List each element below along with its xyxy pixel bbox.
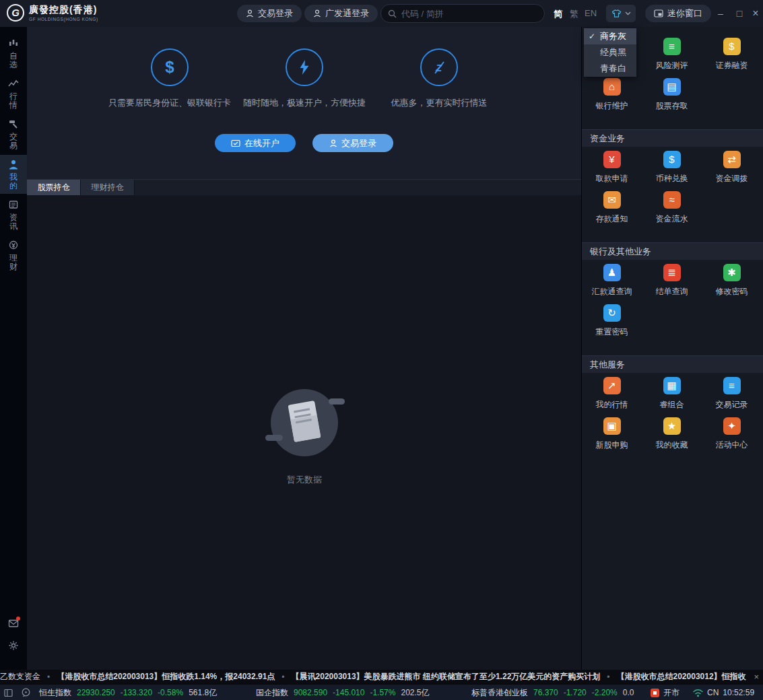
- tab-wealth-positions[interactable]: 理财持仓: [81, 180, 135, 196]
- index-hscei[interactable]: 国企指数 9082.590 -145.010 -1.57% 202.5亿: [256, 685, 430, 700]
- service-group-other: ↗ 我的行情 ▦ 睿组合 ≡ 交易记录 ▣ 新股申购 ★ 我的收藏 ✦ 活动中心: [582, 373, 763, 460]
- ticker-close-icon[interactable]: ×: [750, 670, 759, 684]
- fund-flow-icon: ≈: [663, 191, 681, 209]
- statusbar: 恒生指数 22930.250 -133.320 -0.58% 561.8亿 国企…: [0, 684, 763, 700]
- feature-text: 只需要居民身份证、银联银行卡: [96, 97, 244, 109]
- profile-icon: [8, 159, 19, 170]
- service-smart-portfolio[interactable]: ▦ 睿组合: [642, 377, 702, 417]
- service-trade-records[interactable]: ≡ 交易记录: [702, 377, 762, 417]
- service-remittance-query[interactable]: ♟ 汇款通查询: [582, 264, 642, 304]
- cloud-icon: [265, 435, 283, 441]
- trade-icon: [8, 118, 19, 129]
- person-icon: [313, 9, 321, 18]
- document-icon: [288, 400, 321, 442]
- market-icon: [8, 78, 19, 89]
- market-open-icon: [651, 689, 659, 697]
- market-status-label: 开市: [663, 687, 679, 699]
- theme-skin-button[interactable]: [606, 5, 636, 22]
- open-account-icon: [231, 139, 240, 147]
- service-risk-assessment[interactable]: ≡ 风险测评: [642, 38, 702, 78]
- service-deposit-notice[interactable]: ✉ 存款通知: [582, 191, 642, 232]
- services-panel: ✎ 资料修改 ≡ 风险测评 $ 证券融资 ⌂ 银行维护 ▤ 股票存取 资金业务: [581, 27, 763, 670]
- currency-exchange-icon: $: [663, 151, 681, 168]
- lang-english-toggle[interactable]: EN: [585, 8, 597, 18]
- search-box: [380, 4, 545, 23]
- settings-button[interactable]: [0, 640, 27, 651]
- service-reset-password[interactable]: ↻ 重置密码: [582, 304, 642, 345]
- tab-stock-positions[interactable]: 股票持仓: [27, 180, 81, 196]
- theme-dropdown-menu: ✓ 商务灰 经典黑 青春白: [584, 28, 636, 77]
- panel-toggle-icon[interactable]: [4, 689, 13, 697]
- index-sp-hk-gem[interactable]: 标普香港创业板 76.370 -1.720 -2.20% 0.0: [471, 685, 634, 700]
- reset-password-icon: ↻: [603, 304, 621, 322]
- service-group-funds: ¥ 取款申请 $ 币种兑换 ⇄ 资金调拨 ✉ 存款通知 ≈ 资金流水: [582, 147, 763, 234]
- sidebar-item-watchlist[interactable]: 自选: [0, 34, 27, 73]
- service-statement-query[interactable]: ≣ 结单查询: [642, 264, 702, 304]
- feature-promotions: Z 优惠多，更有实时行情送: [365, 48, 513, 109]
- gear-icon: [8, 640, 19, 651]
- lang-traditional-toggle[interactable]: 繁: [570, 8, 578, 20]
- sidebar-item-wealth[interactable]: 理财: [0, 236, 27, 275]
- index-hsi[interactable]: 恒生指数 22930.250 -133.320 -0.58% 561.8亿: [39, 685, 217, 700]
- service-ipo-subscription[interactable]: ▣ 新股申购: [582, 417, 642, 458]
- ticker-news-item[interactable]: 【港股收市总结202003013】恒指收跌1.14%，报24032.91点: [57, 671, 275, 682]
- sidebar-item-trade[interactable]: 交易: [0, 114, 27, 153]
- service-my-quotes[interactable]: ↗ 我的行情: [582, 377, 642, 417]
- promo-trade-login-button[interactable]: 交易登录: [312, 134, 393, 152]
- minimize-button[interactable]: –: [711, 0, 730, 27]
- service-favorites[interactable]: ★ 我的收藏: [642, 417, 702, 458]
- open-account-button[interactable]: 在线开户: [215, 134, 296, 152]
- wifi-icon: [692, 689, 704, 697]
- service-bank-maintenance[interactable]: ⌂ 银行维护: [582, 78, 642, 118]
- trade-login-button[interactable]: 交易登录: [237, 5, 302, 22]
- time-label: 10:52:59: [723, 688, 754, 697]
- cloud-icon: [329, 398, 345, 405]
- mini-window-button[interactable]: 迷你窗口: [645, 5, 711, 22]
- account-promo-section: $ 只需要居民身份证、银联银行卡 随时随地，极速开户，方便快捷 Z 优惠多，更有…: [27, 27, 581, 179]
- lightning-circle-icon: [286, 48, 323, 86]
- person-icon: [329, 139, 337, 147]
- news-icon: [8, 199, 19, 210]
- gft-login-button[interactable]: 广发通登录: [304, 5, 378, 22]
- change-password-icon: ✱: [723, 264, 741, 281]
- section-header-bank: 银行及其他业务: [582, 242, 763, 260]
- close-button[interactable]: ×: [746, 0, 763, 27]
- mini-window-label: 迷你窗口: [667, 7, 702, 20]
- feature-id-card: $ 只需要居民身份证、银联银行卡: [96, 48, 244, 109]
- service-group-bank: ♟ 汇款通查询 ≣ 结单查询 ✱ 修改密码 ↻ 重置密码: [582, 260, 763, 347]
- favorites-icon: ★: [663, 417, 681, 435]
- service-margin-financing[interactable]: $ 证券融资: [702, 38, 762, 78]
- ticker-news-item[interactable]: 【晨讯202003013】美股暴跌进熊市 纽约联储宣布了至少1.22万亿美元的资…: [292, 671, 601, 682]
- section-header-funds: 资金业务: [582, 129, 763, 147]
- service-currency-exchange[interactable]: $ 币种兑换: [642, 151, 702, 191]
- sidebar-item-market[interactable]: 行情: [0, 74, 27, 113]
- service-fund-flow[interactable]: ≈ 资金流水: [642, 191, 702, 232]
- skin-shirt-icon: [611, 9, 622, 18]
- activity-center-icon: ✦: [723, 417, 741, 435]
- feedback-chat-icon[interactable]: [21, 688, 31, 697]
- service-fund-transfer[interactable]: ⇄ 资金调拨: [702, 151, 762, 191]
- feature-text: 优惠多，更有实时行情送: [365, 97, 513, 109]
- empty-text: 暂无数据: [237, 474, 372, 486]
- search-input[interactable]: [401, 9, 537, 19]
- theme-option-business-gray[interactable]: ✓ 商务灰: [584, 28, 636, 44]
- service-activity-center[interactable]: ✦ 活动中心: [702, 417, 762, 458]
- risk-assessment-icon: ≡: [663, 38, 681, 55]
- empty-illustration: [271, 389, 338, 456]
- service-change-password[interactable]: ✱ 修改密码: [702, 264, 762, 304]
- market-status[interactable]: 开市: [651, 685, 679, 700]
- service-withdrawal[interactable]: ¥ 取款申请: [582, 151, 642, 191]
- lang-simplified-toggle[interactable]: 简: [554, 8, 562, 20]
- trade-login-label: 交易登录: [258, 7, 293, 20]
- sidebar-item-mine[interactable]: 我的: [0, 155, 27, 194]
- messages-button[interactable]: [0, 619, 27, 628]
- app-window: G 廣發控股(香港) GF HOLDINGS(HONG KONG) 交易登录 广…: [0, 0, 763, 700]
- theme-option-classic-black[interactable]: 经典黑: [584, 44, 636, 61]
- theme-option-youth-white[interactable]: 青春白: [584, 61, 636, 77]
- margin-financing-icon: $: [723, 38, 741, 55]
- app-subtitle: GF HOLDINGS(HONG KONG): [29, 17, 98, 22]
- sidebar-item-news[interactable]: 资讯: [0, 195, 27, 234]
- service-stock-deposit[interactable]: ▤ 股票存取: [642, 78, 702, 118]
- ticker-news-item[interactable]: 【港股收市总结202003012】恒指收: [617, 671, 746, 682]
- chevron-down-icon: [625, 11, 631, 15]
